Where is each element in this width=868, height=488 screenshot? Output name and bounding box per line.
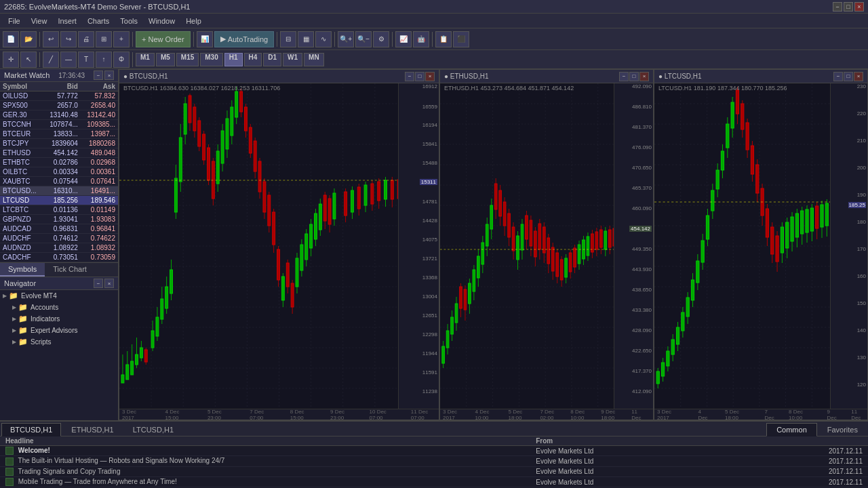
nav-close-button[interactable]: ×	[104, 279, 114, 288]
chart-type-line[interactable]: ∿	[315, 31, 332, 47]
period-w1[interactable]: W1	[283, 53, 302, 66]
redo-button[interactable]: ↪	[60, 31, 77, 47]
zoom-in-button[interactable]: +	[113, 31, 130, 47]
news-row[interactable]: Mobile Trading — Trade from Anywhere at …	[0, 477, 868, 487]
market-watch-row[interactable]: XAUBTC 0.07544 0.07641	[0, 177, 118, 186]
ethusd-close-btn[interactable]: ×	[639, 72, 649, 81]
chart-tab-ltcusd[interactable]: LTCUSD,H1	[124, 423, 182, 436]
mw-close-button[interactable]: ×	[104, 70, 114, 80]
btcusd-minimize-btn[interactable]: −	[405, 72, 414, 81]
market-watch-row[interactable]: BTCCNH 107874... 109385...	[0, 120, 118, 129]
hline-tool[interactable]: —	[60, 52, 77, 68]
arrow-tool[interactable]: ↑	[96, 52, 112, 68]
chart-type-bar[interactable]: ⊟	[280, 31, 296, 47]
menu-view[interactable]: View	[26, 16, 53, 26]
ltcusd-maximize-btn[interactable]: □	[844, 72, 853, 81]
nav-minimize-button[interactable]: −	[94, 279, 103, 288]
maximize-button[interactable]: □	[844, 2, 853, 12]
market-watch-row[interactable]: BTCJPY 1839604 1880268	[0, 139, 118, 148]
nav-item[interactable]: ▶ 📁 Accounts	[0, 302, 118, 313]
btcusd-chart-body[interactable]: BTCUSD.H1 16384.630 16384.027 16218.253 …	[119, 83, 439, 409]
nav-item[interactable]: ▶ 📁 Evolve MT4	[0, 290, 118, 302]
zoom-in-btn[interactable]: 🔍+	[338, 31, 354, 47]
period-m1[interactable]: M1	[136, 53, 155, 66]
menu-help[interactable]: Help	[180, 16, 207, 26]
bottom-tab-common[interactable]: Common	[766, 423, 817, 436]
fib-tool[interactable]: Φ	[113, 52, 130, 68]
btcusd-maximize-btn[interactable]: □	[415, 72, 425, 81]
text-tool[interactable]: T	[78, 52, 94, 68]
print-button[interactable]: 🖨	[78, 31, 94, 47]
period-mn[interactable]: MN	[304, 53, 324, 66]
mw-tab-tick-chart[interactable]: Tick Chart	[45, 263, 95, 277]
market-watch-row[interactable]: SPX500 2657.0 2658.40	[0, 101, 118, 110]
close-button[interactable]: ×	[854, 2, 864, 12]
print-preview-button[interactable]: ⊞	[96, 31, 112, 47]
news-row[interactable]: The Built-in Virtual Hosting — Robots an…	[0, 456, 868, 466]
history-center-button[interactable]: 📊	[197, 31, 213, 47]
bottom-tab-favorites[interactable]: Favorites	[817, 423, 868, 436]
news-row[interactable]: Trading Signals and Copy Trading Evolve …	[0, 466, 868, 476]
new-order-button[interactable]: + New Order	[136, 31, 191, 47]
nav-item[interactable]: ▶ 📁 Scripts	[0, 336, 118, 348]
news-row[interactable]: Welcome! Evolve Markets Ltd 2017.12.11	[0, 446, 868, 456]
ltcusd-close-btn[interactable]: ×	[854, 72, 863, 81]
menu-window[interactable]: Window	[143, 16, 180, 26]
menu-insert[interactable]: Insert	[52, 16, 82, 26]
market-watch-row[interactable]: LTCUSD 185.256 189.546	[0, 196, 118, 205]
cursor-button[interactable]: ↖	[20, 52, 37, 68]
btcusd-close-btn[interactable]: ×	[425, 72, 435, 81]
ethusd-minimize-btn[interactable]: −	[619, 72, 629, 81]
market-watch-row[interactable]: OILBTC 0.00334 0.00361	[0, 167, 118, 177]
nav-item[interactable]: ▶ 📁 Expert Advisors	[0, 325, 118, 336]
svg-rect-216	[542, 227, 545, 253]
market-watch-row[interactable]: ETHBTC 0.02786 0.02968	[0, 158, 118, 167]
market-watch-row[interactable]: AUDCAD 0.96831 0.96841	[0, 224, 118, 234]
period-m15[interactable]: M15	[176, 53, 199, 66]
chart-type-candle[interactable]: ▦	[298, 31, 314, 47]
undo-button[interactable]: ↩	[43, 31, 59, 47]
period-h1[interactable]: H1	[224, 53, 243, 66]
open-button[interactable]: 📂	[20, 31, 37, 47]
market-watch-row[interactable]: OILUSD 57.772 57.832	[0, 92, 118, 101]
mw-tab-symbols[interactable]: Symbols	[0, 263, 45, 277]
new-chart-button[interactable]: 📄	[3, 31, 19, 47]
market-watch-row[interactable]: GBPNZD 1.93041 1.93083	[0, 215, 118, 224]
ltcusd-chart-body[interactable]: LTCUSD.H1 181.190 187.344 180.770 185.25…	[654, 83, 867, 409]
market-watch-row[interactable]: CADCHF 0.73051 0.73059	[0, 253, 118, 262]
properties-button[interactable]: ⚙	[373, 31, 389, 47]
ethusd-chart-body[interactable]: ETHUSD.H1 453.273 454.684 451.871 454.14…	[440, 83, 653, 409]
market-watch-row[interactable]: GER.30 13140.48 13142.40	[0, 110, 118, 120]
experts-button[interactable]: 🤖	[413, 31, 429, 47]
nav-folder-icon: 📁	[18, 338, 28, 346]
indicators-button[interactable]: 📈	[395, 31, 412, 47]
zoom-out-btn[interactable]: 🔍−	[355, 31, 372, 47]
period-d1[interactable]: D1	[263, 53, 281, 66]
ltcusd-minimize-btn[interactable]: −	[833, 72, 843, 81]
ethusd-maximize-btn[interactable]: □	[629, 72, 639, 81]
mw-minimize-button[interactable]: −	[94, 70, 103, 80]
menu-file[interactable]: File	[3, 16, 26, 26]
account-history-button[interactable]: 📋	[435, 31, 452, 47]
market-watch-row[interactable]: LTCBTC 0.01136 0.01149	[0, 205, 118, 215]
market-watch-row[interactable]: ETHUSD 454.142 489.048	[0, 148, 118, 158]
chart-tab-btcusd[interactable]: BTCUSD,H1	[1, 423, 61, 436]
period-m5[interactable]: M5	[156, 53, 175, 66]
market-watch-row[interactable]: BTCUSD... 16310... 16491...	[0, 186, 118, 196]
market-watch-row[interactable]: AUDCHF 0.74612 0.74622	[0, 234, 118, 243]
nav-item[interactable]: ▶ 📁 Indicators	[0, 313, 118, 325]
market-watch-row[interactable]: BTCEUR 13833... 13987...	[0, 129, 118, 139]
market-watch-row[interactable]: AUDNZD 1.08922 1.08932	[0, 243, 118, 253]
btcusd-time-axis: 3 Dec 2017 4 Dec 15:00 5 Dec 23:00 7 Dec…	[119, 409, 439, 420]
autotrading-button[interactable]: ▶ AutoTrading	[214, 31, 275, 47]
line-tool[interactable]: ╱	[43, 52, 59, 68]
news-headline: The Built-in Virtual Hosting — Robots an…	[18, 457, 225, 464]
period-h4[interactable]: H4	[244, 53, 262, 66]
crosshair-button[interactable]: ✛	[3, 52, 19, 68]
period-m30[interactable]: M30	[200, 53, 222, 66]
chart-tab-ethusd[interactable]: ETHUSD,H1	[62, 423, 122, 436]
menu-charts[interactable]: Charts	[82, 16, 115, 26]
terminal-button[interactable]: ⬛	[453, 31, 469, 47]
menu-tools[interactable]: Tools	[115, 16, 143, 26]
minimize-button[interactable]: −	[833, 2, 842, 12]
